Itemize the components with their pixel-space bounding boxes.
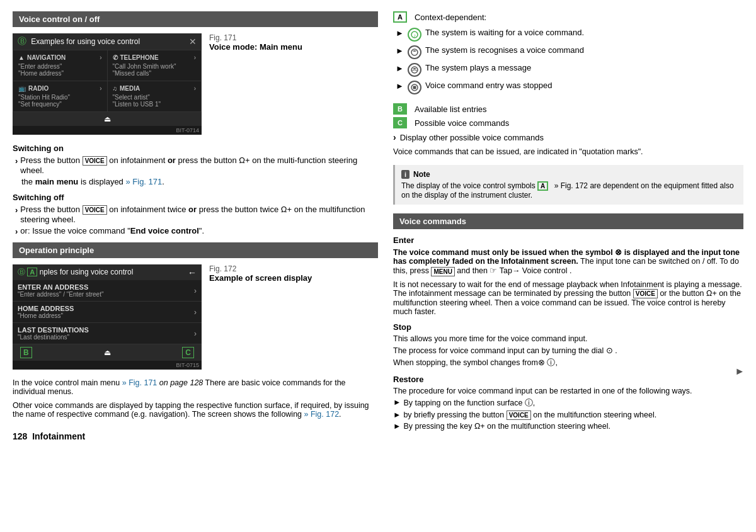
note-text: The display of the voice control symbols… — [401, 181, 737, 200]
media-arrow: › — [194, 85, 196, 92]
voice-icon: Ⓑ — [18, 36, 26, 46]
screen1-grid: ▲ NAVIGATION › "Enter address" "Home add… — [13, 50, 202, 112]
fig172-link[interactable]: » Fig. 172 — [304, 410, 340, 419]
switching-on-section: Switching on › Press the button VOICE on… — [13, 144, 378, 186]
voice-button-label: VOICE — [83, 156, 107, 166]
page-footer: 128 Infotainment — [13, 431, 378, 441]
op-item-1[interactable]: ENTER AN ADDRESS "Enter address" / "Ente… — [13, 280, 202, 302]
screen2-title-text: nples for using voice control — [40, 268, 134, 276]
restore-item-3: ► By pressing the key Ω+ on the multifun… — [393, 422, 743, 431]
phone-cell[interactable]: ✆ TELEPHONE › "Call John Smith work" "Mi… — [108, 50, 202, 81]
bit-label-1: BIT-0714 — [13, 126, 202, 135]
op-item1-sub: "Enter address" / "Enter street" — [18, 291, 103, 298]
media-sub2: "Listen to USB 1" — [113, 101, 197, 108]
screen1-close[interactable]: ✕ — [189, 37, 197, 47]
fig171-link2[interactable]: » Fig. 171 — [122, 378, 158, 387]
svg-point-2 — [411, 49, 418, 55]
switching-off-bullet2: › or: Issue the voice command "End voice… — [13, 226, 378, 236]
enter-title: Enter — [393, 235, 743, 245]
stop-section: Stop This allows you more time for the v… — [393, 322, 743, 368]
possible-cmds-text: Possible voice commands — [415, 118, 509, 128]
ctx-arrow1: ► — [396, 28, 404, 38]
op-item1-arrow: › — [194, 286, 197, 295]
op-text2: Other voice commands are displayed by ta… — [13, 401, 378, 419]
ctx-item-1: ► ♪ The system is waiting for a voice co… — [393, 28, 743, 42]
fig171-link[interactable]: » Fig. 171 — [125, 177, 162, 186]
note-title: i Note — [401, 170, 737, 179]
display-other-row: › Display other possible voice commands — [393, 132, 743, 142]
ctx-text-4: Voice command entry was stopped — [425, 81, 553, 90]
phone-icon: ✆ — [113, 54, 118, 61]
menu-btn: MENU — [431, 267, 454, 276]
svg-text:♪: ♪ — [413, 33, 416, 38]
restore-items-list: ► By tapping on the function surface ⓘ, … — [393, 398, 743, 431]
radio-arrow: › — [100, 85, 101, 92]
fig172-container: Ⓑ A nples for using voice control ← ENTE… — [13, 264, 378, 370]
left-column: Voice control on / off Ⓑ Examples for us… — [13, 11, 378, 441]
radio-cell[interactable]: 📺 RADIO › "Station Hit Radio" "Set frequ… — [13, 81, 107, 111]
bit-label-2: BIT-0715 — [13, 361, 202, 370]
ctx-item-3: ► The system plays a message — [393, 63, 743, 77]
fig172-num: Fig. 172 — [209, 264, 312, 273]
switching-off-title: Switching off — [13, 193, 378, 202]
radio-icon: 📺 — [18, 85, 26, 92]
scroll-right-indicator: ► — [735, 366, 745, 377]
phone-cell-title: ✆ TELEPHONE — [113, 54, 159, 61]
screen2: Ⓑ A nples for using voice control ← ENTE… — [13, 264, 202, 370]
ctx-icon-stop — [408, 81, 421, 94]
restore-text2: by briefly pressing the button VOICE on … — [403, 410, 656, 420]
nav-icon: ▲ — [18, 54, 25, 61]
stop-text3: When stopping, the symbol changes from⊗ … — [393, 358, 743, 368]
restore-item-2: ► by briefly pressing the button VOICE o… — [393, 410, 743, 420]
ctx-icon-rec — [408, 45, 421, 59]
ctx-text-1: The system is waiting for a voice comman… — [425, 28, 584, 37]
nav-sub1: "Enter address" — [18, 63, 102, 70]
voice-btn3: VOICE — [633, 289, 658, 298]
nav-cell[interactable]: ▲ NAVIGATION › "Enter address" "Home add… — [13, 50, 107, 81]
switching-on-bullet: › Press the button VOICE on infotainment… — [13, 156, 378, 175]
enter-bold-text: The voice command must only be issued wh… — [393, 247, 743, 276]
bullet-arrow-char3: › — [15, 227, 18, 236]
screen2-bottom: B ⏏ C — [13, 344, 202, 361]
eject-icon2: ⏏ — [104, 348, 111, 357]
voice-commands-content: Enter The voice command must only be iss… — [393, 235, 743, 431]
screen2-a-label: A — [27, 268, 37, 276]
bullet-arrow-char: › — [15, 156, 18, 175]
voice-button-label2: VOICE — [83, 205, 107, 215]
note-box: i Note The display of the voice control … — [393, 165, 743, 205]
voice-icon2: Ⓑ — [18, 268, 25, 276]
op-item3-main: LAST DESTINATIONS — [18, 326, 89, 334]
ctx-item-4: ► Voice command entry was stopped — [393, 81, 743, 94]
screen2-back[interactable]: ← — [188, 268, 197, 278]
screen1-title-text: Examples for using voice control — [31, 37, 140, 46]
screen1-title-left: Ⓑ Examples for using voice control — [18, 36, 140, 47]
stop-title: Stop — [393, 322, 743, 332]
fig172-info: Fig. 172 Example of screen display — [209, 264, 312, 370]
op-item3-sub: "Last destinations" — [18, 334, 89, 341]
ctx-text-3: The system plays a message — [425, 63, 531, 72]
media-cell[interactable]: ♫ MEDIA › "Select artist" "Listen to USB… — [108, 81, 202, 111]
op-item2-arrow: › — [194, 308, 197, 317]
restore-text: The procedure for voice command input ca… — [393, 387, 743, 395]
op-text1: In the voice control main menu » Fig. 17… — [13, 378, 378, 396]
stop-text2: The process for voice command input can … — [393, 346, 743, 355]
voice-btn4: VOICE — [507, 410, 531, 420]
switching-on-title: Switching on — [13, 144, 378, 153]
page-footer-sub: Infotainment — [32, 431, 85, 441]
note-icon: i — [401, 170, 410, 179]
display-other-text: Display other possible voice commands — [400, 133, 544, 142]
op-item-2[interactable]: HOME ADDRESS "Home address" › — [13, 302, 202, 323]
ctx-arrow3: ► — [396, 64, 404, 73]
eject-icon: ⏏ — [104, 115, 111, 123]
context-section: A Context-dependent: ► ♪ The system is w… — [393, 11, 743, 156]
switching-off-text1: Press the button VOICE on infotainment t… — [20, 205, 378, 224]
fig172-title: Example of screen display — [209, 273, 312, 283]
op-item-3[interactable]: LAST DESTINATIONS "Last destinations" › — [13, 323, 202, 344]
ctx-icon-play — [408, 63, 421, 77]
nav-arrow: › — [100, 54, 101, 61]
label-C-right: C — [393, 117, 407, 128]
label-C: C — [182, 347, 194, 358]
fig171-info: Fig. 171 Voice mode: Main menu — [209, 33, 302, 135]
section1-header: Voice control on / off — [13, 11, 378, 27]
restore-section: Restore The procedure for voice command … — [393, 375, 743, 431]
